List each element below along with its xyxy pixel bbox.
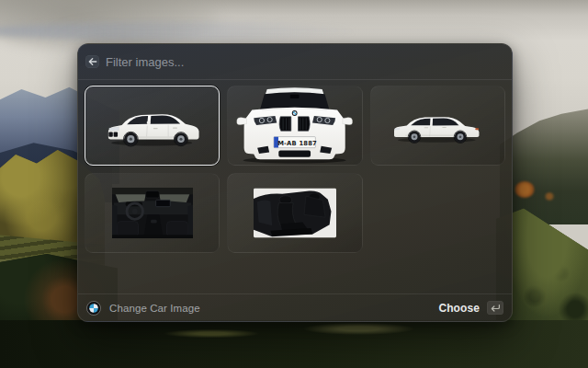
image-option-interior-dashboard[interactable] (85, 173, 220, 253)
wallpaper-autumn-tree (514, 181, 535, 198)
return-key-icon (490, 304, 501, 313)
choose-label: Choose (438, 302, 480, 315)
image-option-front[interactable]: M-AB 1887 (227, 86, 362, 166)
dialog-footer: Change Car Image Choose (78, 293, 512, 321)
car-interior-dashboard-image (112, 188, 193, 238)
car-front-image: M-AB 1887 (228, 86, 361, 165)
image-option-front-quarter[interactable] (85, 86, 220, 166)
car-interior-seats-image (254, 188, 336, 238)
filter-images-input[interactable] (106, 55, 504, 69)
image-option-interior-seats[interactable] (227, 173, 362, 253)
filter-images-dialog: M-AB 1887 (77, 43, 513, 322)
screen: { "dialog": { "search": { "placeholder":… (0, 0, 588, 368)
license-plate-text: M-AB 1887 (278, 140, 318, 147)
return-keycap (487, 301, 503, 315)
wallpaper-forest-bottom (0, 320, 588, 368)
choose-button[interactable]: Choose (438, 301, 503, 315)
image-option-side[interactable] (370, 86, 505, 166)
car-front-quarter-image (104, 103, 201, 148)
footer-context-label: Change Car Image (109, 303, 200, 314)
arrow-left-icon (88, 57, 97, 66)
wallpaper-autumn-tree (544, 192, 555, 201)
image-grid: M-AB 1887 (78, 80, 512, 259)
bmw-roundel-icon (86, 301, 101, 316)
car-side-image (391, 108, 483, 144)
back-button[interactable] (85, 55, 99, 68)
dialog-header (78, 44, 512, 80)
